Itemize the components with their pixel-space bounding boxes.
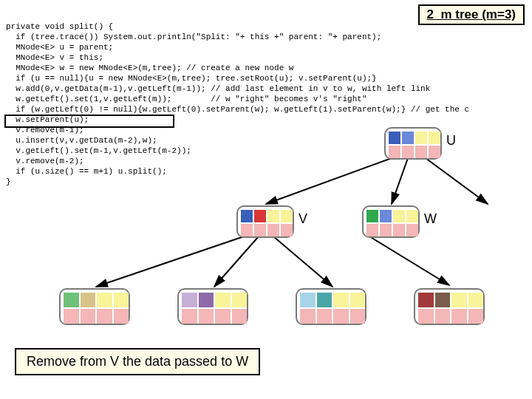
edge-U-R (426, 158, 488, 204)
cell (64, 293, 79, 307)
cell (241, 224, 253, 236)
cell (402, 132, 414, 144)
cell (333, 309, 349, 324)
cell (418, 293, 434, 307)
node-U (384, 127, 442, 160)
cell (406, 210, 418, 222)
caption-text: Remove from V the data passed to W (27, 354, 248, 369)
cell (415, 132, 427, 144)
cell (389, 146, 400, 158)
edge-U-V (266, 158, 392, 204)
label-V: V (299, 211, 307, 227)
cell (468, 309, 484, 324)
cell (254, 224, 266, 236)
tree-arrows (0, 0, 532, 399)
cell (300, 309, 316, 324)
cell (366, 224, 378, 236)
cell (114, 293, 129, 307)
cell (435, 293, 451, 307)
cell (215, 309, 231, 324)
label-U: U (446, 133, 456, 149)
cell (393, 224, 405, 236)
node-L1 (59, 288, 130, 325)
cell (389, 132, 400, 144)
cell (64, 309, 79, 324)
cell (317, 293, 332, 307)
cell (300, 293, 316, 307)
cell (435, 309, 451, 324)
cell (333, 293, 349, 307)
cell (215, 293, 231, 307)
cell (199, 293, 214, 307)
caption-box: Remove from V the data passed to W (15, 348, 260, 375)
node-W (362, 205, 420, 238)
cell (232, 293, 248, 307)
cell (267, 224, 279, 236)
node-V (236, 205, 294, 238)
cell (182, 309, 197, 324)
cell (317, 309, 332, 324)
cell (241, 210, 253, 222)
cell (350, 293, 366, 307)
cell (406, 224, 418, 236)
cell (267, 210, 279, 222)
label-W: W (424, 211, 437, 227)
cell (281, 210, 293, 222)
cell (415, 146, 427, 158)
cell (451, 293, 467, 307)
cell (254, 210, 266, 222)
cell (81, 309, 96, 324)
cell (97, 293, 112, 307)
cell (402, 146, 414, 158)
cell (393, 210, 405, 222)
cell (199, 309, 214, 324)
node-L4 (414, 288, 485, 325)
cell (350, 309, 366, 324)
node-L2 (177, 288, 248, 325)
cell (380, 210, 392, 222)
cell (451, 309, 467, 324)
edge-W-L4 (369, 236, 449, 285)
cell (468, 293, 484, 307)
cell (429, 146, 440, 158)
edge-U-W (392, 158, 408, 204)
edge-V-L3 (273, 236, 332, 287)
cell (114, 309, 129, 324)
cell (97, 309, 112, 324)
cell (81, 293, 96, 307)
cell (366, 210, 378, 222)
cell (380, 224, 392, 236)
cell (232, 309, 248, 324)
cell (281, 224, 293, 236)
cell (182, 293, 197, 307)
cell (429, 132, 440, 144)
cell (418, 309, 434, 324)
node-L3 (296, 288, 366, 325)
